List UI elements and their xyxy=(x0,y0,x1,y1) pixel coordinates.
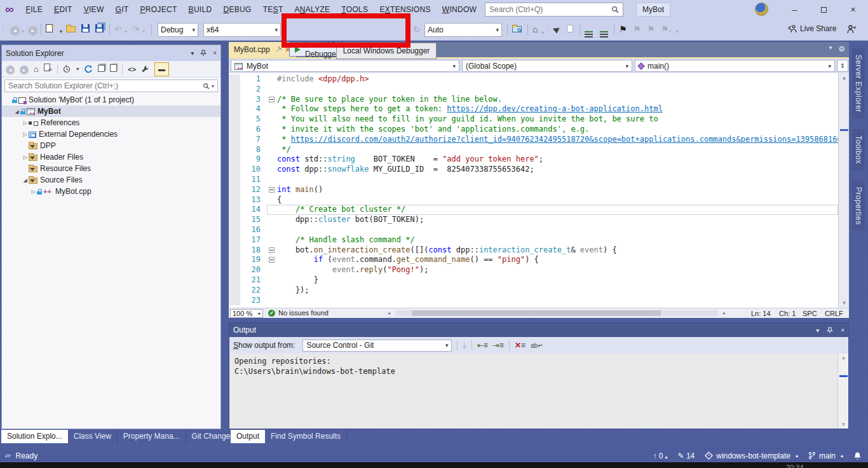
expand-arrow-icon[interactable]: ▷ xyxy=(22,132,29,137)
zoom-combo[interactable]: 100 %▾ xyxy=(230,309,263,318)
output-scroll-up[interactable]: ▲ xyxy=(838,355,849,361)
output-source-combo[interactable]: Source Control - Git▾ xyxy=(302,340,452,352)
spaces-indicator[interactable]: SPC xyxy=(803,310,817,317)
indicator-margin[interactable] xyxy=(229,275,240,286)
menu-view[interactable]: VIEW xyxy=(78,0,110,19)
code-editor[interactable]: 1#include <dpp/dpp.h>23/* Be sure to pla… xyxy=(229,73,838,308)
menu-git[interactable]: GIT xyxy=(110,0,135,19)
scroll-up-arrow[interactable]: ▲ xyxy=(839,75,850,81)
menu-file[interactable]: FILE xyxy=(20,0,49,19)
nav-project-combo[interactable]: MyBot▾ xyxy=(231,60,459,72)
indicator-margin[interactable] xyxy=(229,135,240,145)
indicator-margin[interactable] xyxy=(229,95,240,105)
unpushed-edits-button[interactable]: ✎ 14 xyxy=(677,451,695,460)
indicator-margin[interactable] xyxy=(229,195,240,205)
code-line-11[interactable]: 11 xyxy=(229,175,838,185)
find-message-button[interactable]: ⤓ xyxy=(463,341,466,350)
clear-bookmarks-button[interactable]: ⚑× xyxy=(661,24,672,36)
code-line-17[interactable]: 17 /* Handle slash command */ xyxy=(229,235,838,245)
code-line-3[interactable]: 3/* Be sure to place your token in the l… xyxy=(229,95,838,105)
view-code-button[interactable]: <> xyxy=(128,64,136,74)
indicator-margin[interactable] xyxy=(229,165,240,175)
pending-changes-filter-button[interactable] xyxy=(63,65,71,73)
auto-hide-tab-properties[interactable]: Properties xyxy=(852,181,865,231)
menu-project[interactable]: PROJECT xyxy=(134,0,182,19)
window-options-gear-icon[interactable]: ⚙ xyxy=(838,45,845,53)
indicator-margin[interactable] xyxy=(229,74,240,85)
undo-button[interactable]: ↶ xyxy=(114,24,122,34)
editor-vertical-scrollbar[interactable]: ▲ ▼ xyxy=(838,73,849,308)
filter-dropdown[interactable]: ▾ xyxy=(76,64,79,74)
redo-dropdown[interactable]: ▾ xyxy=(142,27,145,37)
navigate-backward-dropdown[interactable]: ▾ xyxy=(22,27,24,37)
quick-search-box[interactable] xyxy=(485,3,623,17)
notifications-bell-icon[interactable] xyxy=(853,451,862,460)
navigate-backward-button[interactable]: ◂ xyxy=(10,24,20,36)
solution-explorer-search[interactable]: ▾ xyxy=(4,79,218,92)
collapse-arrow-icon[interactable]: ◢ xyxy=(13,109,20,114)
code-line-9[interactable]: 9const std::string BOT_TOKEN = "add your… xyxy=(229,155,838,165)
indicator-margin[interactable] xyxy=(229,175,240,185)
code-line-13[interactable]: 13{ xyxy=(229,195,838,205)
output-log[interactable]: Opening repositories: C:\Users\brain\win… xyxy=(229,354,838,429)
undo-dropdown[interactable]: ▾ xyxy=(125,27,127,37)
outgoing-commits-button[interactable]: ↑ 0▴ xyxy=(653,451,667,460)
indicator-margin[interactable] xyxy=(229,215,240,225)
editor-horizontal-scrollbar[interactable]: ◂ ▸ xyxy=(388,310,726,317)
code-line-6[interactable]: 6 * invite it with the scopes 'bot' and … xyxy=(229,125,838,135)
new-item-dropdown[interactable]: ▾ xyxy=(60,27,62,37)
code-line-15[interactable]: 15 dpp::cluster bot(BOT_TOKEN); xyxy=(229,215,838,225)
auto-hide-tab-server-explorer[interactable]: Server Explorer xyxy=(852,48,865,119)
tree-item-header-files[interactable]: ▷Header Files xyxy=(2,151,220,163)
close-panel-icon[interactable]: × xyxy=(213,50,217,57)
tree-item-solution-mybot-1-of-1-project[interactable]: Solution 'MyBot' (1 of 1 project) xyxy=(2,94,220,106)
menu-window[interactable]: WINDOW xyxy=(437,0,482,19)
menu-build[interactable]: BUILD xyxy=(183,0,218,19)
refresh-button[interactable] xyxy=(84,65,93,74)
indicator-margin[interactable] xyxy=(229,245,240,256)
toggle-bookmark-button[interactable]: ⚑ xyxy=(619,24,627,34)
collapse-all-button[interactable] xyxy=(98,64,105,74)
output-scroll-down[interactable]: ▼ xyxy=(838,422,849,427)
restore-button[interactable] xyxy=(810,0,838,19)
fold-collapse-box[interactable] xyxy=(267,255,277,265)
expand-arrow-icon[interactable]: ▷ xyxy=(22,120,29,126)
new-item-button[interactable]: ✦ xyxy=(46,24,58,36)
navigate-forward-button[interactable]: ▸ xyxy=(28,24,37,36)
solution-name-button[interactable]: MyBot xyxy=(636,3,670,17)
split-window-handle[interactable]: ⇕ xyxy=(837,60,848,72)
scroll-down-arrow[interactable]: ▼ xyxy=(839,300,850,306)
code-line-5[interactable]: 5 * You will also need to fill in your g… xyxy=(229,114,838,125)
open-file-button[interactable] xyxy=(66,24,76,34)
scroll-left-arrow[interactable]: ◂ xyxy=(388,310,390,316)
code-line-23[interactable]: 23 xyxy=(229,296,838,306)
hscroll-thumb[interactable] xyxy=(412,310,661,316)
se-back-button[interactable]: ◂ xyxy=(6,64,15,74)
menu-debug[interactable]: DEBUG xyxy=(217,0,257,19)
se-home-button[interactable]: ⌂ xyxy=(34,64,39,74)
paste-append-button[interactable] xyxy=(567,24,573,34)
pin-icon[interactable] xyxy=(200,50,207,57)
scroll-right-arrow[interactable]: ▸ xyxy=(723,310,726,316)
expand-arrow-icon[interactable]: ▷ xyxy=(22,155,29,160)
code-line-22[interactable]: 22 }); xyxy=(229,286,838,296)
indicator-margin[interactable] xyxy=(229,255,240,265)
panel-tab-class-view[interactable]: Class View xyxy=(68,430,118,443)
repository-button[interactable]: windows-bot-template▴ xyxy=(705,451,798,460)
panel-tab-find-symbol-results[interactable]: Find Symbol Results xyxy=(265,430,347,443)
solution-configurations-combo[interactable]: Debug▾ xyxy=(158,23,198,37)
tree-item-external-dependencies[interactable]: ▷External Dependencies xyxy=(2,128,220,140)
decrease-indent-button[interactable] xyxy=(585,24,593,34)
code-line-14[interactable]: 14 /* Create bot cluster */ xyxy=(229,205,838,215)
issues-indicator[interactable]: ✔No issues found xyxy=(268,309,329,317)
tree-item-resource-files[interactable]: Resource Files xyxy=(2,163,220,174)
code-line-4[interactable]: 4 * Follow steps here to get a token: ht… xyxy=(229,104,838,114)
se-search-dropdown[interactable]: ▾ xyxy=(212,83,214,89)
fold-collapse-box[interactable] xyxy=(267,245,277,256)
apply-code-changes-button[interactable]: ↻ xyxy=(413,24,421,34)
code-line-18[interactable]: 18 bot.on_interaction_create([](const dp… xyxy=(229,245,838,256)
collapse-arrow-icon[interactable]: ◢ xyxy=(22,177,29,183)
code-line-19[interactable]: 19 if (event.command.get_command_name() … xyxy=(229,255,838,265)
bookmark-overflow-dropdown[interactable]: ▾ xyxy=(676,27,679,37)
tree-item-dpp[interactable]: DPP xyxy=(2,140,220,151)
